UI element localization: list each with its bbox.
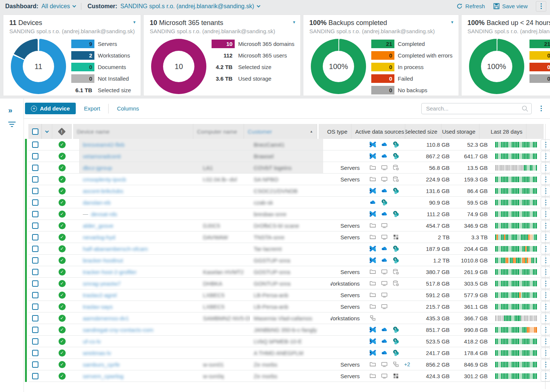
device-name[interactable]: vetamsradconti — [83, 153, 121, 159]
device-name[interactable]: danslan-eb — [83, 199, 110, 206]
table-menu-button[interactable] — [541, 106, 542, 111]
table-row[interactable]: ✓ sandregat-cny-contacts-com JANBbNG 350… — [28, 324, 550, 336]
table-row[interactable]: ✓ danslan-eb czab-sk S 90.9 GB 59.5 GB — [28, 197, 550, 208]
device-name[interactable]: traslav2-agrel — [83, 292, 117, 298]
device-name[interactable]: dbcz-jgroup — [83, 165, 112, 171]
expand-panel-icon[interactable]: » — [8, 106, 12, 115]
device-name[interactable]: devsat-rds — [91, 211, 117, 217]
status-column-header[interactable]: ! — [52, 124, 72, 139]
row-checkbox[interactable] — [32, 165, 38, 171]
refresh-button[interactable]: Refresh — [456, 3, 485, 9]
row-checkbox[interactable] — [32, 338, 38, 345]
scrollbar-track[interactable] — [545, 124, 546, 389]
table-row[interactable]: ✓ traslav2-agrel LXBEC5 LB-Persa-anb Ser… — [28, 289, 550, 301]
card-dropdown-caret[interactable]: ▼ — [132, 20, 136, 24]
row-checkbox[interactable] — [32, 315, 38, 321]
row-checkbox[interactable] — [32, 199, 38, 206]
row-checkbox[interactable] — [32, 373, 38, 379]
row-checkbox[interactable] — [32, 246, 38, 252]
row-checkbox[interactable] — [32, 176, 38, 183]
device-name[interactable]: cmsoplenty-ipvcb — [83, 176, 126, 183]
row-checkbox[interactable] — [32, 153, 38, 159]
add-device-button[interactable]: + Add device — [25, 103, 76, 114]
table-row[interactable]: ✓ vetamsradconti Brawsel S 867.2 GB 641.… — [28, 150, 550, 162]
table-row[interactable]: ✓ cmsoplenty-ipvcb t.02.04.lb--dvl SA NP… — [28, 174, 550, 185]
table-row[interactable]: ✓ nevarlog-hyd DAVWAW TNSTA-snre Servers… — [28, 231, 550, 243]
table-row[interactable]: ✓ bracker-hostlnut GGSTUP-snra S 1.2 TB … — [28, 255, 550, 266]
row-checkbox[interactable] — [32, 234, 38, 240]
card-dropdown-caret[interactable]: ▼ — [450, 20, 454, 24]
dashboard-selector[interactable]: All devices — [41, 3, 75, 10]
row-checkbox[interactable] — [32, 188, 38, 194]
table-row[interactable]: ✓ dbcz-jgroup LA1 COVbT logeins Servers … — [28, 162, 550, 174]
row-checkbox[interactable] — [32, 292, 38, 298]
table-row[interactable]: ✓ uf-cs-lv LVbQ bPMEB-10-E S 523.5 GB 41… — [28, 336, 550, 347]
table-row[interactable]: ✓ bresveam42-fleb BnezCam41 S 110.8 GB 5… — [28, 139, 550, 150]
last-28-days-header[interactable]: Last 28 days — [479, 124, 526, 139]
exchange-icon — [369, 153, 376, 159]
more-sources-link[interactable]: +2 — [404, 361, 410, 367]
device-name[interactable]: traslav-says — [83, 304, 113, 310]
table-row[interactable]: ✓ aamsbrnemss-dv1 SAMBMNZ-NV5-DV Masemia… — [28, 312, 550, 324]
svg-text:S: S — [394, 327, 396, 330]
save-view-button[interactable]: Save view — [493, 3, 528, 9]
os-type-header[interactable]: OS type — [319, 124, 351, 139]
device-name[interactable]: aamsbrnemss-dv1 — [83, 315, 129, 321]
device-name-header[interactable]: Device name — [73, 124, 193, 139]
table-row[interactable]: ✓ wreitmas-lv A THMD ANEGPLM S 241.7 GB … — [28, 347, 550, 359]
columns-button[interactable]: Columns — [117, 105, 139, 112]
table-row[interactable]: ✓ alder_gosve DJ0C5 DrOfbCS-bl scane Ser… — [28, 220, 550, 231]
computer-name-header[interactable]: Computer name — [193, 124, 244, 139]
customer-selector-value: SANDING spol.s r.o. (andrej.blanarik@san… — [120, 3, 254, 10]
device-name[interactable]: sandregat-cny-contacts-com — [83, 327, 153, 333]
device-name[interactable]: smrag-yeastw7 — [83, 280, 121, 287]
last-28-days-bar — [495, 188, 537, 194]
table-row[interactable]: ✓ half-abanambersch-ofcam Tar-lacremt S … — [28, 243, 550, 255]
device-name[interactable]: wreitmas-lv — [83, 350, 111, 356]
row-checkbox[interactable] — [32, 327, 38, 333]
row-checkbox[interactable] — [32, 350, 38, 356]
active-data-sources-header[interactable]: Active data sources — [351, 124, 405, 139]
device-name[interactable]: uf-cs-lv — [83, 338, 101, 345]
used-storage-header[interactable]: Used storage — [441, 124, 479, 139]
device-name[interactable]: bracker-hostlnut — [83, 257, 123, 264]
row-checkbox[interactable] — [32, 257, 38, 264]
table-row[interactable]: ✓ smrag-yeastw7 DHBKA GONTUP-snra Workst… — [28, 278, 550, 289]
device-name[interactable]: samburs_cprfe — [83, 361, 120, 368]
device-name[interactable]: half-abanambersch-ofcam — [83, 246, 148, 252]
backups-donut-chart: 100% — [311, 39, 366, 94]
customer-header[interactable]: Customer ▲ — [244, 124, 317, 139]
device-name[interactable]: servem_cpwrlog — [83, 373, 124, 379]
filter-icon[interactable] — [8, 122, 16, 128]
folder-icon — [369, 292, 376, 298]
export-button[interactable]: Export — [84, 105, 100, 112]
select-all-checkbox[interactable] — [32, 128, 38, 135]
table-row[interactable]: ✓ tracker-host-2-groftler Kaselan HVMT2 … — [28, 266, 550, 278]
row-checkbox[interactable] — [32, 304, 38, 310]
topbar-menu-button[interactable] — [536, 1, 546, 12]
svg-text:S: S — [394, 212, 396, 214]
table-row[interactable]: ✓ servem_cpwrlog w-svn0q Ze morbs Server… — [28, 370, 550, 382]
computer-name: t.02.04.lb--dvl — [203, 176, 237, 183]
select-dropdown[interactable] — [41, 124, 51, 139]
device-name[interactable]: bresveam42-fleb — [83, 141, 125, 148]
row-checkbox[interactable] — [32, 269, 38, 275]
row-checkbox[interactable] — [32, 141, 38, 148]
table-row[interactable]: ✓ ascont-brikclubs CSOC21/DVNOB S 131.6 … — [28, 185, 550, 197]
legend-label: Selected size — [98, 87, 131, 93]
table-row[interactable]: ✓ —devsat-rds bresbax-snre S 111.2 GB 74… — [28, 208, 550, 220]
customer-selector[interactable]: SANDING spol.s r.o. (andrej.blanarik@san… — [120, 3, 259, 10]
search-input[interactable] — [421, 103, 532, 114]
row-checkbox[interactable] — [32, 223, 38, 229]
device-name[interactable]: nevarlog-hyd — [83, 234, 115, 240]
row-checkbox[interactable] — [32, 361, 38, 368]
card-dropdown-caret[interactable]: ▼ — [292, 20, 296, 24]
selected-size-header[interactable]: Selected size — [405, 124, 441, 139]
table-row[interactable]: ✓ samburs_cprfe w-svn01 Ze morbs Servers… — [28, 359, 550, 370]
device-name[interactable]: alder_gosve — [83, 223, 113, 229]
device-name[interactable]: tracker-host-2-groftler — [83, 269, 137, 275]
table-row[interactable]: ✓ traslav-says LXBEC5 LB-Persa-anb Serve… — [28, 301, 550, 312]
row-checkbox[interactable] — [32, 211, 38, 217]
row-checkbox[interactable] — [32, 280, 38, 287]
device-name[interactable]: ascont-brikclubs — [83, 188, 123, 194]
